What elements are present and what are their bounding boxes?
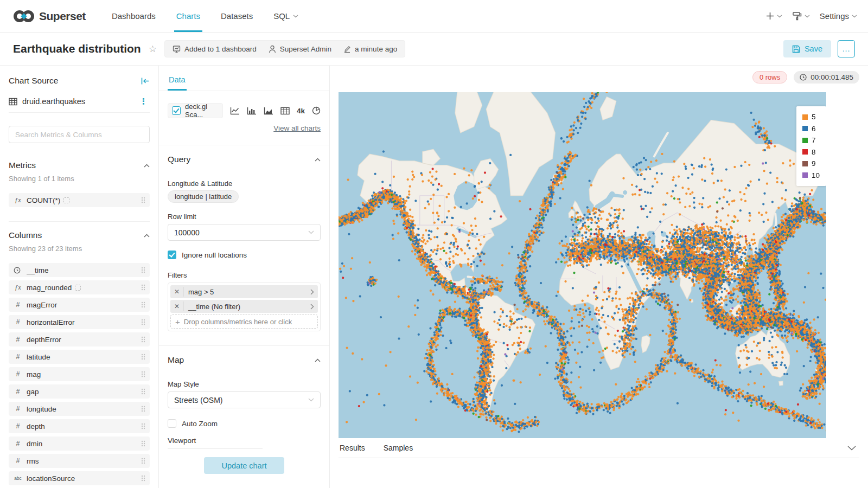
dataset-row[interactable]: druid.earthquakes ⋮ [9, 91, 150, 112]
drag-handle-icon[interactable] [141, 475, 145, 481]
metric-item[interactable]: ƒxCOUNT(*) [9, 193, 150, 207]
column-item[interactable]: __time [9, 263, 150, 277]
drag-handle-icon[interactable] [141, 319, 145, 325]
new-item-button[interactable] [764, 10, 784, 22]
map-canvas[interactable] [339, 92, 826, 438]
viewport-collapsible[interactable]: Viewport [168, 436, 263, 448]
drag-handle-icon[interactable] [141, 354, 145, 360]
save-button[interactable]: Save [783, 40, 831, 57]
remove-filter-icon[interactable]: ✕ [170, 288, 183, 296]
metric-label: COUNT(*) [27, 196, 60, 204]
pie-chart-icon[interactable] [312, 106, 321, 115]
dataset-menu-icon[interactable]: ⋮ [137, 97, 150, 106]
big-number-icon[interactable]: 4k [297, 107, 305, 115]
column-item[interactable]: #depth [9, 419, 150, 433]
line-chart-icon[interactable] [230, 107, 240, 115]
superset-logo[interactable]: Superset [13, 9, 86, 23]
collapse-panel-icon[interactable] [141, 77, 150, 85]
drag-handle-icon[interactable] [141, 371, 145, 377]
lonlat-value-pill[interactable]: longitude | latitude [168, 190, 239, 203]
view-all-charts-link[interactable]: View all charts [273, 124, 321, 132]
expand-filter-icon[interactable] [306, 304, 318, 310]
drag-handle-icon[interactable] [141, 458, 145, 464]
auto-zoom-checkbox[interactable] [168, 419, 176, 428]
table-chart-icon[interactable] [280, 107, 290, 115]
tab-results[interactable]: Results [340, 444, 365, 452]
map-legend: 5678910 [796, 106, 826, 186]
legend-label: 6 [812, 125, 816, 133]
column-item[interactable]: ƒxmag_rounded [9, 280, 150, 294]
column-label: dmin [27, 440, 137, 448]
dashboards-badge[interactable]: Added to 1 dashboard [173, 45, 257, 53]
drag-handle-icon[interactable] [141, 301, 145, 308]
bar-chart-icon[interactable] [247, 107, 257, 115]
tab-samples[interactable]: Samples [384, 444, 413, 452]
legend-entry: 9 [802, 158, 820, 170]
drag-handle-icon[interactable] [141, 423, 145, 429]
update-chart-button[interactable]: Update chart [204, 457, 284, 474]
more-options-button[interactable]: ... [838, 40, 855, 57]
drag-handle-icon[interactable] [141, 336, 145, 343]
map-section-title[interactable]: Map [168, 355, 184, 365]
column-item[interactable]: #longitude [9, 402, 150, 416]
expand-filter-icon[interactable] [306, 289, 318, 295]
column-item[interactable]: #gap [9, 384, 150, 399]
auto-zoom-checkbox-row[interactable]: Auto Zoom [168, 419, 321, 428]
map-style-select[interactable]: Streets (OSM) [168, 391, 321, 408]
tab-data[interactable]: Data [168, 72, 187, 91]
chevron-up-icon[interactable] [315, 158, 321, 162]
legend-swatch [802, 149, 808, 155]
drag-handle-icon[interactable] [141, 406, 145, 412]
column-item[interactable]: #depthError [9, 332, 150, 346]
column-item[interactable]: #magError [9, 298, 150, 312]
filter-pill[interactable]: ✕mag > 5 [170, 285, 318, 298]
area-chart-icon[interactable] [264, 107, 273, 115]
chevron-up-icon[interactable] [144, 164, 150, 168]
settings-menu[interactable]: Settings [818, 9, 859, 23]
nav-item-sql[interactable]: SQL [273, 0, 298, 32]
remove-filter-icon[interactable]: ✕ [170, 303, 183, 310]
nav-item-datasets[interactable]: Datasets [221, 0, 253, 32]
column-item[interactable]: #latitude [9, 350, 150, 364]
filters-drop-zone[interactable]: + Drop columns/metrics here or click [170, 314, 318, 329]
column-item[interactable]: #horizontalError [9, 315, 150, 329]
metrics-title[interactable]: Metrics [9, 160, 36, 170]
column-item[interactable]: #dmin [9, 436, 150, 451]
column-label: longitude [27, 405, 137, 413]
ignore-null-checkbox[interactable] [168, 251, 176, 259]
chevron-up-icon[interactable] [144, 234, 150, 237]
filter-pill[interactable]: ✕__time (No filter) [170, 300, 318, 313]
drag-handle-icon[interactable] [141, 388, 145, 395]
column-item[interactable]: #rms [9, 454, 150, 468]
alerts-button[interactable] [790, 9, 812, 23]
columns-title[interactable]: Columns [9, 230, 42, 240]
drag-handle-icon[interactable] [141, 197, 145, 203]
nav-item-charts[interactable]: Charts [176, 0, 200, 32]
legend-swatch [802, 114, 808, 120]
drag-handle-icon[interactable] [141, 284, 145, 291]
nav-item-dashboards[interactable]: Dashboards [112, 0, 156, 32]
owner-badge[interactable]: Superset Admin [269, 45, 331, 53]
search-input[interactable] [9, 126, 150, 143]
query-section-title[interactable]: Query [168, 155, 190, 164]
column-label: gap [27, 388, 137, 396]
chart-source-title: Chart Source [9, 76, 58, 86]
column-item[interactable]: abclocationSource [9, 471, 150, 485]
collapse-results-icon[interactable] [845, 444, 858, 453]
legend-entry: 5 [802, 111, 820, 123]
favorite-star-icon[interactable]: ☆ [149, 43, 157, 55]
infinity-logo-icon [13, 9, 35, 23]
nav-item-label: Datasets [221, 11, 253, 21]
chevron-up-icon[interactable] [315, 358, 321, 362]
column-item[interactable]: #mag [9, 367, 150, 381]
drag-handle-icon[interactable] [141, 267, 145, 273]
ignore-null-checkbox-row[interactable]: Ignore null locations [168, 251, 321, 259]
hash-type-icon: # [14, 353, 22, 361]
drag-handle-icon[interactable] [141, 440, 145, 447]
last-modified-badge[interactable]: a minute ago [343, 45, 397, 53]
row-limit-select[interactable]: 100000 [168, 224, 321, 241]
deckgl-scatter-map[interactable]: 5678910 [339, 92, 826, 438]
column-label: depthError [27, 336, 137, 344]
viz-type-selected[interactable]: deck.gl Sca... [168, 103, 223, 118]
viz-selected-label: deck.gl Sca... [185, 102, 217, 119]
